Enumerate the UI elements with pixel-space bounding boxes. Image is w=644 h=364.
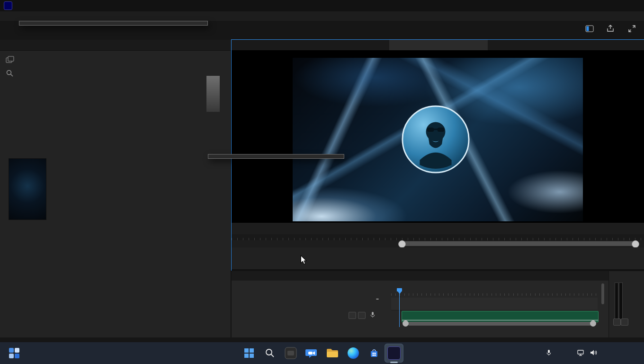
- minimize-button[interactable]: [579, 0, 600, 11]
- premiere-pro-window: [0, 0, 644, 364]
- widgets-button[interactable]: [5, 344, 24, 363]
- edge-browser-icon[interactable]: [344, 344, 363, 363]
- menubar: [0, 11, 644, 21]
- track-solo-button[interactable]: [358, 312, 366, 319]
- audio-clip[interactable]: [402, 311, 599, 322]
- zoom-level-select[interactable]: [535, 225, 544, 232]
- avatar: [401, 105, 470, 174]
- captions-cc-icon[interactable]: [376, 299, 379, 300]
- timeline-tabstrip: [232, 271, 608, 281]
- tab-source-active-bg: [389, 40, 488, 50]
- window-controls: [579, 0, 644, 11]
- workspace-header: [0, 25, 644, 32]
- audio-meter-bar-right: [619, 282, 623, 319]
- monitor-time-ruler[interactable]: [232, 234, 644, 240]
- preferences-submenu: [208, 154, 344, 159]
- media-browser-icon[interactable]: [6, 56, 14, 65]
- timeline-h-scrollbar[interactable]: [408, 322, 592, 326]
- network-tray-icon[interactable]: [577, 350, 584, 357]
- monitor-zoom-scrollbar[interactable]: [402, 241, 637, 246]
- fullscreen-icon[interactable]: [628, 25, 636, 34]
- quick-export-icon[interactable]: [606, 25, 615, 34]
- zoom-handle-right[interactable]: [632, 240, 639, 248]
- playhead-line: [399, 289, 400, 327]
- video-frame: [293, 58, 583, 221]
- microsoft-store-icon[interactable]: [365, 344, 384, 363]
- maximize-button[interactable]: [600, 0, 622, 11]
- audio-meter-bar-left: [615, 282, 618, 319]
- track-mute-button[interactable]: [349, 312, 356, 319]
- premiere-app-icon: [4, 1, 12, 10]
- microphone-tray-icon[interactable]: [546, 349, 552, 357]
- timeline-ruler[interactable]: [391, 288, 598, 296]
- titlebar: [0, 0, 644, 11]
- timeline-zoom-handle-right[interactable]: [590, 320, 596, 327]
- close-button[interactable]: [622, 0, 644, 11]
- track-record-mic-icon[interactable]: [369, 311, 376, 319]
- video-track[interactable]: [391, 298, 598, 310]
- button-editor-plus[interactable]: [623, 253, 636, 264]
- transport-bar: [232, 247, 644, 269]
- audio-meters-panel: [608, 271, 644, 337]
- start-button[interactable]: [240, 344, 259, 363]
- meter-solo-left-button[interactable]: [613, 318, 621, 326]
- volume-rubber-band[interactable]: [402, 320, 598, 320]
- file-explorer-icon[interactable]: [323, 344, 342, 363]
- premiere-taskbar-icon[interactable]: [385, 344, 403, 363]
- edit-menu: [19, 21, 208, 26]
- search-panel-icon[interactable]: [6, 69, 14, 79]
- clip-thumbnail[interactable]: [9, 158, 46, 220]
- timeline-v-scrollbar[interactable]: [601, 283, 604, 304]
- monitor-controls-row: [232, 223, 644, 234]
- taskbar-search-button[interactable]: [260, 344, 279, 363]
- dark-app-icon[interactable]: [281, 344, 300, 363]
- project-panel-tabstrip: [0, 40, 231, 51]
- clip-thumbnail[interactable]: [206, 76, 220, 112]
- volume-tray-icon[interactable]: [590, 349, 598, 357]
- mouse-cursor: [300, 255, 307, 266]
- active-app-indicator: [390, 362, 398, 363]
- chat-app-icon[interactable]: [302, 344, 321, 363]
- meter-solo-right-button[interactable]: [621, 318, 628, 326]
- zoom-handle-left[interactable]: [398, 240, 406, 248]
- timeline-zoom-handle-left[interactable]: [402, 320, 409, 327]
- workspaces-icon[interactable]: [585, 25, 594, 34]
